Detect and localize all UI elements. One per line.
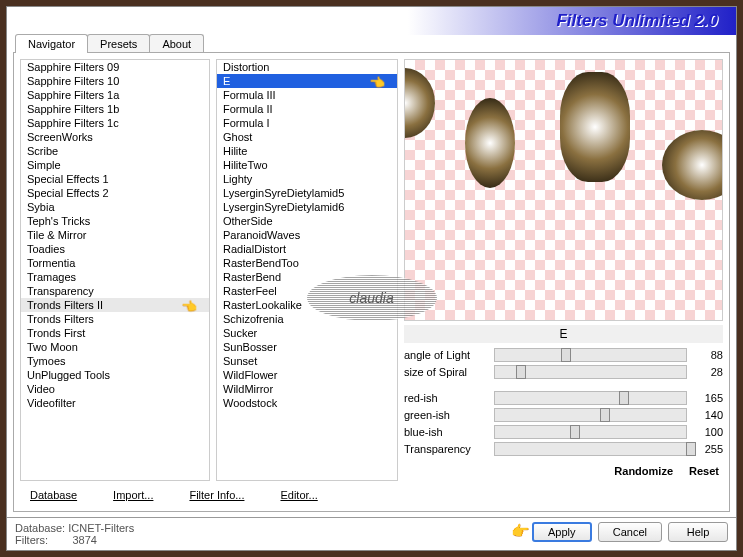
list-item[interactable]: Tronds First xyxy=(21,326,209,340)
list-item[interactable]: OtherSide xyxy=(217,214,397,228)
help-button[interactable]: Help xyxy=(668,522,728,542)
slider-value: 28 xyxy=(687,366,723,378)
dialog-window: Filters Unlimited 2.0 Navigator Presets … xyxy=(6,6,737,551)
slider-thumb[interactable] xyxy=(570,425,580,439)
slider-label: red-ish xyxy=(404,392,494,404)
slider-track[interactable] xyxy=(494,348,687,362)
list-item[interactable]: Transparency xyxy=(21,284,209,298)
reset-button[interactable]: Reset xyxy=(685,463,723,479)
list-item[interactable]: Tormentia xyxy=(21,256,209,270)
list-item[interactable]: LyserginSyreDietylamid6 xyxy=(217,200,397,214)
preview-area xyxy=(404,59,723,321)
list-item[interactable]: Lighty xyxy=(217,172,397,186)
list-item[interactable]: SunBosser xyxy=(217,340,397,354)
list-item[interactable]: Tronds Filters II👈 xyxy=(21,298,209,312)
slider-thumb[interactable] xyxy=(516,365,526,379)
slider-track[interactable] xyxy=(494,365,687,379)
list-item[interactable]: Formula II xyxy=(217,102,397,116)
slider-track[interactable] xyxy=(494,391,687,405)
list-item[interactable]: Videofilter xyxy=(21,396,209,410)
list-item[interactable]: Sucker xyxy=(217,326,397,340)
list-item[interactable]: Formula III xyxy=(217,88,397,102)
import-link[interactable]: Import... xyxy=(109,487,157,503)
db-label: Database: xyxy=(15,522,65,534)
list-item[interactable]: Video xyxy=(21,382,209,396)
list-item[interactable]: Sapphire Filters 09 xyxy=(21,60,209,74)
list-item[interactable]: Teph's Tricks xyxy=(21,214,209,228)
list-item[interactable]: Formula I xyxy=(217,116,397,130)
list-item[interactable]: RasterFeel xyxy=(217,284,397,298)
list-item[interactable]: Scribe xyxy=(21,144,209,158)
list-item[interactable]: Special Effects 2 xyxy=(21,186,209,200)
filterinfo-link[interactable]: Filter Info... xyxy=(185,487,248,503)
slider-row: size of Spiral28 xyxy=(404,364,723,380)
apply-button[interactable]: Apply xyxy=(532,522,592,542)
slider-track[interactable] xyxy=(494,408,687,422)
list-item[interactable]: Schizofrenia xyxy=(217,312,397,326)
filter-list[interactable]: DistortionE👈Formula IIIFormula IIFormula… xyxy=(216,59,398,481)
list-item[interactable]: Tile & Mirror xyxy=(21,228,209,242)
tab-strip: Navigator Presets About xyxy=(7,34,736,53)
slider-value: 88 xyxy=(687,349,723,361)
list-item[interactable]: UnPlugged Tools xyxy=(21,368,209,382)
list-item[interactable]: Simple xyxy=(21,158,209,172)
list-item[interactable]: RasterBendToo xyxy=(217,256,397,270)
pointer-icon: 👉 xyxy=(511,522,530,540)
list-item[interactable]: WildMirror xyxy=(217,382,397,396)
slider-row: angle of Light88 xyxy=(404,347,723,363)
filters-value: 3874 xyxy=(72,534,96,546)
list-item[interactable]: ParanoidWaves xyxy=(217,228,397,242)
list-item[interactable]: WildFlower xyxy=(217,368,397,382)
list-item[interactable]: RadialDistort xyxy=(217,242,397,256)
slider-thumb[interactable] xyxy=(686,442,696,456)
tab-presets[interactable]: Presets xyxy=(87,34,150,53)
list-item[interactable]: Ghost xyxy=(217,130,397,144)
list-item[interactable]: RasterLookalike xyxy=(217,298,397,312)
list-item[interactable]: ScreenWorks xyxy=(21,130,209,144)
cancel-button[interactable]: Cancel xyxy=(598,522,662,542)
tab-panel: Sapphire Filters 09Sapphire Filters 10Sa… xyxy=(13,52,730,512)
editor-link[interactable]: Editor... xyxy=(276,487,321,503)
list-item[interactable]: Tronds Filters xyxy=(21,312,209,326)
list-item[interactable]: Tymoes xyxy=(21,354,209,368)
slider-label: green-ish xyxy=(404,409,494,421)
category-list[interactable]: Sapphire Filters 09Sapphire Filters 10Sa… xyxy=(20,59,210,481)
footer-info: Database: ICNET-Filters Filters: 3874 xyxy=(15,522,511,546)
list-item[interactable]: Sybia xyxy=(21,200,209,214)
list-item[interactable]: HiliteTwo xyxy=(217,158,397,172)
list-item[interactable]: Sapphire Filters 1b xyxy=(21,102,209,116)
list-item[interactable]: E👈 xyxy=(217,74,397,88)
db-value: ICNET-Filters xyxy=(68,522,134,534)
randomize-button[interactable]: Randomize xyxy=(610,463,677,479)
tab-navigator[interactable]: Navigator xyxy=(15,34,88,53)
slider-value: 165 xyxy=(687,392,723,404)
slider-row: blue-ish100 xyxy=(404,424,723,440)
slider-thumb[interactable] xyxy=(600,408,610,422)
slider-label: size of Spiral xyxy=(404,366,494,378)
slider-label: Transparency xyxy=(404,443,494,455)
list-item[interactable]: Distortion xyxy=(217,60,397,74)
list-item[interactable]: Sunset xyxy=(217,354,397,368)
slider-thumb[interactable] xyxy=(619,391,629,405)
list-item[interactable]: Special Effects 1 xyxy=(21,172,209,186)
list-item[interactable]: Woodstock xyxy=(217,396,397,410)
slider-row: red-ish165 xyxy=(404,390,723,406)
slider-value: 140 xyxy=(687,409,723,421)
list-item[interactable]: Sapphire Filters 1c xyxy=(21,116,209,130)
list-item[interactable]: Sapphire Filters 1a xyxy=(21,88,209,102)
slider-track[interactable] xyxy=(494,442,687,456)
list-item[interactable]: Tramages xyxy=(21,270,209,284)
list-item[interactable]: RasterBend xyxy=(217,270,397,284)
database-link[interactable]: Database xyxy=(26,487,81,503)
list-item[interactable]: LyserginSyreDietylamid5 xyxy=(217,186,397,200)
list-item[interactable]: Toadies xyxy=(21,242,209,256)
bottom-links: Database Import... Filter Info... Editor… xyxy=(20,481,723,505)
tab-about[interactable]: About xyxy=(149,34,204,53)
list-item[interactable]: Sapphire Filters 10 xyxy=(21,74,209,88)
slider-label: blue-ish xyxy=(404,426,494,438)
right-panel: E angle of Light88size of Spiral28 red-i… xyxy=(404,59,723,481)
slider-track[interactable] xyxy=(494,425,687,439)
list-item[interactable]: Hilite xyxy=(217,144,397,158)
slider-thumb[interactable] xyxy=(561,348,571,362)
list-item[interactable]: Two Moon xyxy=(21,340,209,354)
